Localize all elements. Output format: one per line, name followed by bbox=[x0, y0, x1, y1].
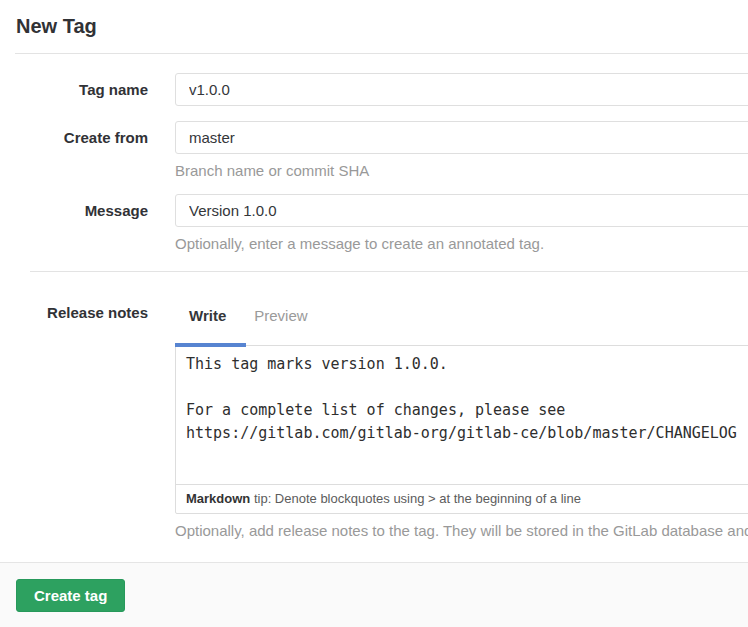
tab-write[interactable]: Write bbox=[175, 305, 240, 326]
create-tag-button[interactable]: Create tag bbox=[16, 579, 125, 612]
markdown-tip-text: tip: Denote blockquotes using > at the b… bbox=[250, 491, 581, 506]
form-actions-footer: Create tag bbox=[0, 562, 748, 627]
markdown-tip-bold: Markdown bbox=[186, 491, 250, 506]
tag-name-input[interactable] bbox=[175, 73, 748, 106]
release-notes-textarea[interactable]: This tag marks version 1.0.0. For a comp… bbox=[176, 346, 748, 485]
markdown-tabs: Write Preview bbox=[175, 296, 748, 326]
tag-name-label: Tag name bbox=[15, 73, 148, 99]
release-notes-hint: Optionally, add release notes to the tag… bbox=[175, 522, 748, 539]
markdown-editor-area: This tag marks version 1.0.0. For a comp… bbox=[175, 345, 748, 514]
create-from-row: Create from Branch name or commit SHA bbox=[15, 121, 748, 179]
release-notes-row: Release notes Write Preview This tag mar… bbox=[15, 296, 748, 539]
tag-name-row: Tag name bbox=[15, 73, 748, 106]
divider bbox=[15, 53, 748, 54]
message-hint: Optionally, enter a message to create an… bbox=[175, 235, 748, 252]
create-from-hint: Branch name or commit SHA bbox=[175, 162, 748, 179]
markdown-tip: Markdown tip: Denote blockquotes using >… bbox=[176, 485, 748, 513]
message-input[interactable] bbox=[175, 194, 748, 227]
new-tag-form: Tag name Create from Branch name or comm… bbox=[0, 73, 748, 539]
message-label: Message bbox=[15, 194, 148, 220]
page-title: New Tag bbox=[0, 0, 748, 40]
message-row: Message Optionally, enter a message to c… bbox=[15, 194, 748, 252]
tab-preview[interactable]: Preview bbox=[240, 305, 321, 326]
create-from-label: Create from bbox=[15, 121, 148, 147]
create-from-input[interactable] bbox=[175, 121, 748, 154]
release-notes-label: Release notes bbox=[15, 296, 148, 322]
divider bbox=[30, 271, 748, 272]
